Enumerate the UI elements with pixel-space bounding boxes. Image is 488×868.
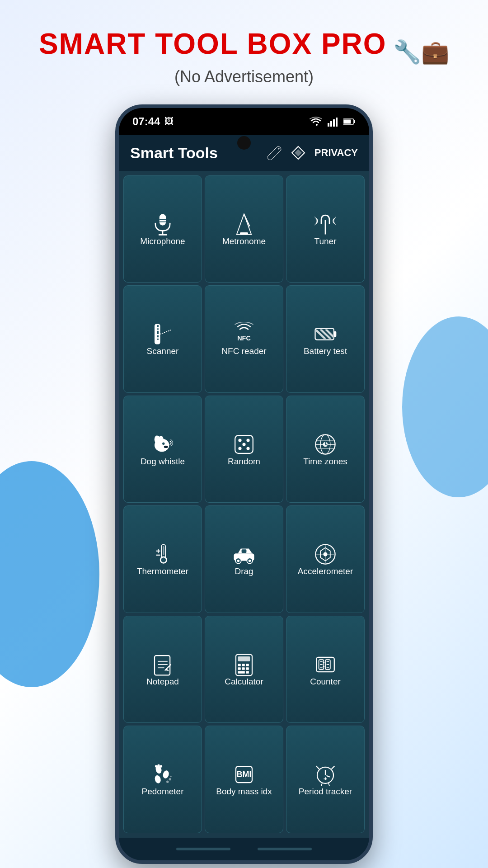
- status-bar: 07:44 🖼: [119, 108, 369, 135]
- svg-point-105: [166, 781, 169, 783]
- tuner-label: Tuner: [314, 236, 337, 246]
- random-tool[interactable]: Random: [205, 396, 283, 503]
- time-zones-icon: [313, 432, 338, 457]
- navigation-icon[interactable]: [291, 146, 305, 160]
- svg-marker-9: [295, 149, 302, 156]
- counter-tool[interactable]: Counter: [286, 616, 365, 723]
- bmi-label: Body mass idx: [216, 787, 272, 797]
- decorative-blob-left: [0, 461, 99, 687]
- pedometer-label: Pedometer: [142, 787, 184, 797]
- accelerometer-label: Accelerometer: [298, 566, 353, 576]
- battery-icon: [343, 118, 356, 125]
- svg-point-91: [323, 661, 325, 663]
- app-title: SMART TOOL BOX PRO: [39, 28, 387, 60]
- svg-point-106: [169, 778, 171, 780]
- status-time: 07:44: [132, 115, 160, 128]
- svg-point-104: [160, 765, 162, 767]
- random-dice-icon: [232, 432, 256, 457]
- volume-up-button[interactable]: [115, 298, 117, 352]
- svg-rect-55: [163, 546, 164, 555]
- privacy-button[interactable]: PRIVACY: [314, 147, 358, 159]
- svg-rect-83: [238, 667, 241, 670]
- svg-point-65: [237, 560, 239, 562]
- microphone-label: Microphone: [140, 236, 185, 246]
- svg-rect-26: [157, 339, 159, 340]
- dog-whistle-tool[interactable]: Dog whistle: [123, 396, 202, 503]
- svg-rect-23: [157, 328, 159, 330]
- svg-point-43: [242, 443, 245, 446]
- svg-text:NFC: NFC: [237, 335, 251, 342]
- app-header-icons: PRIVACY: [267, 146, 358, 160]
- svg-point-101: [154, 774, 162, 784]
- period-tracker-tool[interactable]: Period tracker: [286, 726, 365, 833]
- svg-point-107: [170, 776, 172, 778]
- bottom-navigation-bar: [119, 838, 369, 860]
- bmi-tool[interactable]: BMI Body mass idx: [205, 726, 283, 833]
- power-button[interactable]: [371, 311, 373, 384]
- signal-icon: [328, 117, 338, 127]
- calculator-tool[interactable]: Calculator: [205, 616, 283, 723]
- svg-point-38: [162, 442, 164, 444]
- svg-rect-1: [330, 121, 332, 127]
- nfc-reader-tool[interactable]: NFC NFC reader: [205, 285, 283, 393]
- nfc-icon: NFC: [232, 322, 256, 346]
- svg-line-31: [315, 329, 326, 339]
- calculator-icon: [232, 652, 256, 677]
- time-zones-tool[interactable]: Time zones: [286, 396, 365, 503]
- app-bar-title: Smart Tools: [130, 144, 218, 162]
- microphone-icon: [150, 212, 175, 236]
- scanner-tool[interactable]: Scanner: [123, 285, 202, 393]
- svg-rect-86: [238, 671, 245, 673]
- header-icons: 🔧💼: [393, 39, 449, 65]
- svg-rect-0: [328, 123, 329, 127]
- svg-point-39: [164, 445, 168, 448]
- scanner-label: Scanner: [147, 346, 179, 356]
- svg-rect-29: [334, 331, 336, 337]
- svg-point-45: [246, 447, 249, 450]
- metronome-icon: [232, 212, 256, 236]
- tuner-tool[interactable]: Tuner: [286, 175, 365, 283]
- tools-grid: Microphone Metronome: [119, 171, 369, 838]
- pedometer-icon: [150, 762, 175, 787]
- notepad-tool[interactable]: Notepad: [123, 616, 202, 723]
- period-tracker-icon: [313, 762, 338, 787]
- svg-rect-2: [333, 119, 335, 127]
- svg-line-116: [328, 783, 329, 786]
- app-subtitle: (No Advertisement): [39, 67, 449, 86]
- volume-down-button[interactable]: [115, 361, 117, 415]
- svg-rect-87: [246, 671, 249, 673]
- metronome-tool[interactable]: Metronome: [205, 175, 283, 283]
- notepad-icon: [150, 652, 175, 677]
- svg-point-66: [249, 560, 251, 562]
- drag-tool[interactable]: Drag: [205, 505, 283, 613]
- svg-point-37: [159, 436, 164, 443]
- svg-rect-72: [155, 656, 170, 675]
- svg-point-42: [246, 439, 249, 442]
- svg-point-117: [324, 775, 326, 777]
- thermometer-tool[interactable]: Thermometer: [123, 505, 202, 613]
- metronome-label: Metronome: [222, 236, 266, 246]
- svg-rect-10: [160, 214, 166, 225]
- svg-rect-81: [242, 664, 245, 666]
- wrench-icon[interactable]: [267, 146, 282, 160]
- svg-text:BMI: BMI: [237, 770, 252, 779]
- accelerometer-tool[interactable]: Accelerometer: [286, 505, 365, 613]
- battery-test-tool[interactable]: Battery test: [286, 285, 365, 393]
- nfc-reader-label: NFC reader: [221, 346, 266, 356]
- status-right-icons: [310, 117, 356, 127]
- svg-point-41: [238, 439, 241, 442]
- wifi-icon: [310, 117, 322, 127]
- svg-rect-80: [238, 664, 241, 666]
- svg-point-71: [324, 552, 328, 557]
- svg-line-16: [244, 214, 250, 226]
- microphone-tool[interactable]: Microphone: [123, 175, 202, 283]
- camera-notch: [237, 136, 251, 150]
- svg-rect-17: [240, 232, 248, 235]
- pedometer-tool[interactable]: Pedometer: [123, 726, 202, 833]
- svg-rect-62: [242, 549, 247, 553]
- svg-rect-85: [246, 667, 249, 670]
- decorative-blob-right: [402, 316, 488, 497]
- svg-point-57: [161, 557, 166, 562]
- svg-point-100: [162, 770, 170, 779]
- svg-point-103: [157, 764, 160, 767]
